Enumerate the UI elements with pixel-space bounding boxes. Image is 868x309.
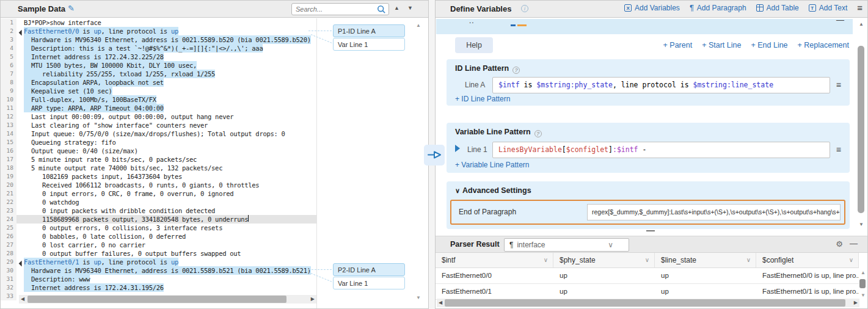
scroll-down-icon[interactable]: ▼	[859, 222, 864, 227]
scrollbar-thumb[interactable]	[858, 46, 864, 213]
chevron-down-icon[interactable]: ∨	[645, 253, 649, 267]
scroll-left-icon[interactable]: ◀	[439, 300, 442, 305]
code-line[interactable]: 15 Queueing strategy: fifo	[1, 138, 316, 147]
column-header[interactable]: $phy_state∨	[553, 253, 655, 267]
code-line[interactable]: 31 Description: www	[1, 275, 316, 283]
code-line[interactable]: 14 Input queue: 0/75/0/0 (size/max/drops…	[1, 129, 316, 138]
code-line[interactable]: 16 Output queue: 0/40 (size/max)	[1, 147, 316, 155]
code-line[interactable]: 23 0 input packets with dribble conditio…	[1, 206, 316, 215]
code-line[interactable]: 24 1158689968 packets output, 3341820548…	[1, 215, 316, 224]
fold-toggle-icon[interactable]	[16, 258, 24, 266]
code-line[interactable]: 3 Hardware is MV96340 Ethernet, address …	[1, 35, 316, 44]
EndLine-link[interactable]: + End Line	[751, 41, 787, 49]
code-line[interactable]: 25 0 output errors, 0 collisions, 3 inte…	[1, 224, 316, 232]
variable-line-pattern-section: Variable Line Pattern? Line 1 LinesByVar…	[447, 123, 850, 173]
gear-icon[interactable]: ⚙	[836, 239, 843, 249]
collapse-minus-icon[interactable]: —	[836, 19, 844, 24]
advanced-settings-section: ∨Advanced Settings End of Paragraph rege…	[447, 181, 850, 229]
code-line[interactable]: 19 1082169 packets input, 164373604 byte…	[1, 172, 316, 181]
code-line[interactable]: 8 Encapsulation ARPA, loopback not set	[1, 78, 316, 87]
add-variable-line-pattern-link[interactable]: + Variable Line Pattern	[455, 161, 530, 169]
code-line[interactable]: 22 0 watchdog	[1, 198, 316, 206]
row-menu-icon[interactable]: ≡	[836, 145, 841, 154]
code-line[interactable]: 11 ARP type: ARPA, ARP Timeout 04:00:00	[1, 104, 316, 112]
edit-pencil-icon[interactable]: ✎	[68, 4, 75, 13]
table-row[interactable]: FastEthernet0/0upupFastEthernet0/0 is up…	[436, 268, 859, 284]
info-icon[interactable]: ?	[534, 130, 542, 137]
minimize-icon[interactable]: —	[850, 239, 858, 248]
code-line[interactable]: 6 MTU 1500 bytes, BW 100000 Kbit, DLY 10…	[1, 61, 316, 70]
horizontal-scrollbar[interactable]: ◀ ▶	[437, 299, 859, 307]
add-variables-button[interactable]: XAdd Variables	[624, 4, 680, 12]
scroll-down-icon[interactable]: ▼	[861, 293, 866, 298]
add-paragraph-button[interactable]: ¶Add Paragraph	[690, 4, 746, 12]
annotation-chip[interactable]: P2-ID Line A	[333, 263, 405, 276]
code-line[interactable]: 17 5 minute input rate 0 bits/sec, 0 pac…	[1, 155, 316, 164]
chevron-down-icon[interactable]: ∨	[544, 253, 548, 267]
code-line[interactable]: 10 Full-duplex, 100Mb/s, 100BaseTX/FX	[1, 95, 316, 104]
scrollbar-thumb[interactable]	[859, 279, 866, 288]
chevron-down-icon[interactable]: ∨	[849, 253, 853, 267]
code-line[interactable]: 2FastEthernet0/0 is up, line protocol is…	[1, 27, 316, 35]
scroll-up-icon[interactable]: ▲	[416, 23, 421, 28]
scrollbar-thumb[interactable]	[445, 299, 845, 307]
sample-data-editor[interactable]: 1BJ*POP>show interface2FastEthernet0/0 i…	[1, 18, 316, 308]
scroll-down-icon[interactable]: ▼	[416, 295, 421, 300]
search-next-button[interactable]: ▼	[407, 5, 413, 11]
annotation-chip[interactable]: P1-ID Line A	[333, 24, 405, 37]
scroll-left-icon[interactable]: ◀	[21, 296, 24, 302]
variable-line-pattern-input[interactable]: LinesByVariable[$configlet]:$intf -	[492, 142, 830, 158]
code-line[interactable]: 29FastEthernet0/1 is up, line protocol i…	[1, 258, 316, 266]
info-icon[interactable]: i	[521, 5, 528, 12]
code-line[interactable]: 20 Received 1066112 broadcasts, 0 runts,…	[1, 181, 316, 189]
table-cell: up	[655, 284, 756, 299]
code-line[interactable]: 18 5 minute output rate 74000 bits/sec, …	[1, 164, 316, 172]
scrollbar-thumb[interactable]	[27, 296, 286, 303]
code-line[interactable]: 26 0 babbles, 0 late collision, 0 deferr…	[1, 232, 316, 241]
code-line[interactable]: 21 0 input errors, 0 CRC, 0 frame, 0 ove…	[1, 189, 316, 198]
code-line[interactable]: 7 reliability 255/255, txload 1/255, rxl…	[1, 70, 316, 78]
search-prev-button[interactable]: ▲	[394, 5, 399, 11]
code-line[interactable]: 12 Last input 00:00:09, output 00:00:00,…	[1, 112, 316, 121]
code-line[interactable]: 4 Description: this is a test `~!@#$%^&*…	[1, 44, 316, 53]
StartLine-link[interactable]: + Start Line	[702, 41, 741, 49]
column-header[interactable]: $configlet∨	[756, 253, 859, 267]
collapsed-paragraph-bar[interactable]: .. —	[436, 19, 853, 34]
add-table-button[interactable]: Add Table	[756, 4, 799, 12]
info-icon[interactable]: ?	[512, 67, 520, 74]
menu-icon[interactable]: ≡	[857, 4, 863, 12]
scroll-up-icon[interactable]: ▲	[859, 21, 864, 27]
code-line[interactable]: 32 Internet address is 172.24.31.195/26	[1, 283, 316, 292]
annotation-chip[interactable]: Var Line 1	[333, 277, 405, 289]
line-number: 16	[1, 147, 16, 155]
Replacement-link[interactable]: + Replacement	[798, 41, 849, 49]
help-button[interactable]: Help	[455, 37, 493, 53]
paragraph-selector[interactable]: ¶interface ∨	[504, 238, 629, 252]
scroll-up-icon[interactable]: ▲	[861, 270, 866, 275]
annotation-chip[interactable]: Var Line 1	[333, 38, 405, 51]
horizontal-scrollbar[interactable]: ◀ ▶	[19, 295, 316, 304]
row-menu-icon[interactable]: ≡	[836, 80, 841, 90]
code-line[interactable]: 30 Hardware is MV96340 Ethernet, address…	[1, 266, 316, 275]
add-text-button[interactable]: TAdd Text	[809, 4, 847, 12]
column-header[interactable]: $intf∨	[436, 253, 553, 267]
id-line-pattern-input[interactable]: $intf is $mstring:phy_state, line protoc…	[492, 77, 830, 93]
code-line[interactable]: 1BJ*POP>show interface	[1, 18, 316, 27]
scroll-right-icon[interactable]: ▶	[311, 296, 315, 302]
search-icon[interactable]	[377, 5, 386, 16]
code-line[interactable]: 28 0 output buffer failures, 0 output bu…	[1, 249, 316, 258]
code-line[interactable]: 9 Keepalive set (10 sec)	[1, 87, 316, 95]
advanced-settings-title[interactable]: ∨Advanced Settings	[455, 186, 531, 195]
fold-toggle-icon[interactable]	[16, 27, 24, 35]
add-id-line-pattern-link[interactable]: + ID Line Pattern	[455, 95, 510, 103]
end-of-paragraph-input[interactable]: regex[$_dummy,$_dummy]:Last\s+input\s+(\…	[587, 204, 841, 220]
Parent-link[interactable]: + Parent	[663, 41, 693, 49]
code-line[interactable]: 27 0 lost carrier, 0 no carrier	[1, 241, 316, 249]
column-header[interactable]: $line_state∨	[655, 253, 756, 267]
scroll-right-icon[interactable]: ▶	[854, 300, 858, 305]
search-input[interactable]	[296, 4, 374, 14]
table-row[interactable]: FastEthernet0/1upupFastEthernet0/1 is up…	[436, 284, 859, 300]
code-line[interactable]: 13 Last clearing of "show interface" cou…	[1, 121, 316, 129]
code-line[interactable]: 5 Internet address is 172.24.32.225/28	[1, 53, 316, 61]
chevron-down-icon[interactable]: ∨	[746, 253, 751, 267]
